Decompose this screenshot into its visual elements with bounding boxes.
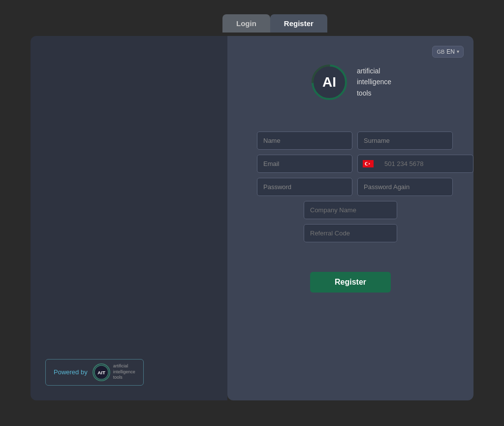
brand-line1: artificial (357, 66, 391, 76)
phone-row (357, 155, 473, 173)
brand-line3: tools (357, 88, 391, 98)
ai-logo-text: AI (322, 74, 336, 90)
referral-input[interactable] (304, 224, 397, 242)
svg-point-5 (366, 162, 369, 165)
name-surname-row (257, 131, 444, 150)
company-input[interactable] (304, 201, 397, 219)
surname-input[interactable] (357, 131, 453, 150)
register-btn-row: Register (310, 272, 391, 293)
svg-text:AIT: AIT (97, 370, 105, 375)
powered-by-label: Powered by (54, 368, 88, 376)
phone-input[interactable] (378, 155, 473, 173)
name-input[interactable] (257, 131, 352, 150)
tab-register[interactable]: Register (270, 14, 327, 33)
tabs-container: Login Register (222, 14, 327, 33)
password-input[interactable] (257, 178, 352, 196)
gb-flag-label: GB (437, 49, 444, 55)
email-input[interactable] (257, 155, 352, 173)
phone-flag[interactable] (357, 155, 378, 173)
lang-label: EN (446, 48, 455, 55)
turkey-flag-icon (363, 160, 374, 167)
ait-circle-logo: AIT (93, 363, 110, 381)
register-button[interactable]: Register (310, 272, 391, 293)
powered-by-box: Powered by AIT artificial intelligence t… (45, 359, 144, 386)
register-form (257, 131, 444, 242)
ait-brand-text: artificial intelligence tools (113, 363, 135, 381)
password-row (257, 178, 444, 196)
ai-logo: AI (310, 63, 349, 102)
logo-area: AI artificial intelligence tools (310, 63, 391, 102)
left-panel: Powered by AIT artificial intelligence t… (31, 36, 227, 400)
tab-login[interactable]: Login (222, 14, 270, 33)
language-selector[interactable]: GB EN ▾ (432, 46, 464, 58)
ait-logo: AIT artificial intelligence tools (93, 363, 135, 381)
password-again-input[interactable] (357, 178, 453, 196)
right-panel: GB EN ▾ AI artificial intelligence tools (227, 36, 473, 400)
brand-text: artificial intelligence tools (357, 66, 391, 98)
company-row (257, 201, 444, 219)
brand-line2: intelligence (357, 76, 391, 87)
chevron-down-icon: ▾ (457, 49, 459, 54)
referral-row (257, 224, 444, 242)
email-phone-row (257, 155, 444, 173)
